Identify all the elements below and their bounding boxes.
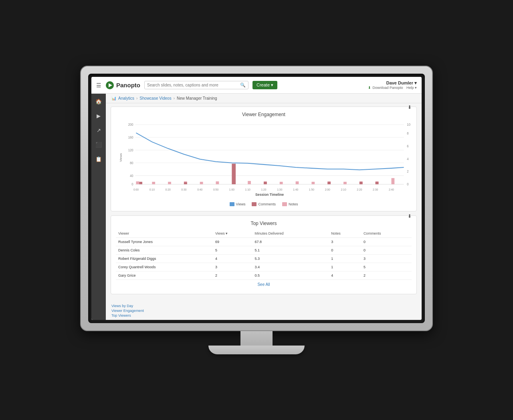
svg-text:2:10: 2:10 (341, 188, 346, 191)
legend-views: Views (230, 202, 246, 206)
viewers-download-btn[interactable]: ⬇ (408, 213, 412, 219)
svg-rect-37 (392, 178, 395, 184)
screen-bezel: ☰ Panopto 🔍 Create ▾ Dave Dum (88, 74, 425, 323)
svg-text:8: 8 (407, 132, 409, 135)
chart-legend: Views Comments Notes (116, 202, 412, 206)
legend-views-label: Views (236, 202, 246, 206)
create-button[interactable]: Create ▾ (252, 81, 277, 89)
engagement-chart-svg: 0 40 80 120 160 200 0 2 (116, 121, 412, 197)
download-label[interactable]: Download Panopto (372, 86, 403, 90)
svg-text:2:40: 2:40 (389, 188, 394, 191)
user-sub: ⬇ Download Panopto Help ▾ (368, 86, 417, 90)
engagement-title: Viewer Engagement (116, 112, 412, 117)
breadcrumb-current: New Manager Training (177, 96, 217, 100)
col-comments: Comments (361, 229, 412, 238)
svg-text:2:20: 2:20 (357, 188, 362, 191)
help-label[interactable]: Help ▾ (406, 86, 417, 90)
svg-text:0:30: 0:30 (181, 188, 186, 191)
svg-rect-41 (264, 182, 267, 184)
svg-rect-42 (327, 182, 331, 184)
legend-comments: Comments (252, 202, 276, 206)
viewers-table: Viewer Views ▾ Minutes Delivered Notes C… (116, 229, 412, 280)
svg-text:40: 40 (130, 174, 133, 178)
cell-viewer: Gary Grice (116, 271, 213, 280)
svg-text:1:30: 1:30 (277, 188, 282, 191)
table-row: Robert Fitzgerald Diggs 4 5.3 1 3 (116, 255, 412, 263)
svg-rect-32 (311, 182, 315, 184)
svg-text:6: 6 (407, 145, 409, 148)
main-layout: 🏠 ▶ ↗ ⬛ 📋 📊 Analytics › Showcase (91, 94, 422, 320)
svg-rect-23 (152, 182, 155, 184)
svg-text:1:10: 1:10 (245, 188, 250, 191)
sidebar-video-icon[interactable]: ▶ (94, 111, 103, 120)
search-input[interactable] (147, 83, 238, 87)
logo-area: Panopto (105, 81, 140, 90)
sidebar-home-icon[interactable]: 🏠 (94, 97, 103, 106)
svg-rect-30 (280, 182, 283, 184)
svg-text:0: 0 (131, 183, 133, 186)
chart-container: 0 40 80 120 160 200 0 2 (116, 121, 412, 201)
svg-text:2: 2 (407, 170, 409, 173)
cell-views: 3 (213, 263, 252, 271)
top-viewers-title: Top Viewers (116, 221, 412, 226)
legend-notes-label: Notes (289, 202, 298, 206)
engagement-download-btn[interactable]: ⬇ (408, 104, 412, 110)
svg-text:0:20: 0:20 (166, 188, 171, 191)
svg-rect-26 (200, 182, 203, 184)
svg-rect-40 (232, 164, 236, 184)
cell-notes: 3 (329, 238, 361, 246)
breadcrumb-showcase[interactable]: Showcase Videos (139, 96, 171, 100)
svg-text:200: 200 (128, 123, 133, 127)
svg-rect-31 (296, 181, 299, 184)
monitor-wrapper: ☰ Panopto 🔍 Create ▾ Dave Dum (76, 66, 437, 354)
svg-rect-27 (216, 181, 219, 184)
breadcrumb-analytics[interactable]: Analytics (118, 96, 134, 100)
cell-comments: 0 (361, 246, 412, 255)
cell-viewer: Dennis Coles (116, 246, 213, 255)
cell-minutes: 67.8 (252, 238, 329, 246)
svg-rect-28 (248, 181, 251, 184)
cell-comments: 3 (361, 255, 412, 263)
cell-notes: 1 (329, 263, 361, 271)
link-views-by-day[interactable]: Views by Day (111, 304, 416, 308)
legend-views-box (230, 202, 234, 206)
cell-viewer: Robert Fitzgerald Diggs (116, 255, 213, 263)
svg-text:Session Timeline: Session Timeline (255, 193, 284, 197)
svg-text:0:40: 0:40 (197, 188, 202, 191)
svg-text:0:10: 0:10 (149, 188, 155, 191)
sidebar-library-icon[interactable]: ⬛ (94, 140, 103, 149)
hamburger-icon[interactable]: ☰ (96, 82, 101, 88)
cell-minutes: 0.5 (252, 271, 329, 280)
svg-rect-34 (343, 182, 347, 184)
svg-text:80: 80 (130, 161, 133, 165)
table-container: Viewer Views ▾ Minutes Delivered Notes C… (116, 229, 412, 289)
sidebar-notes-icon[interactable]: 📋 (94, 155, 103, 163)
link-viewer-engagement[interactable]: Viewer Engagement (111, 309, 416, 313)
cell-viewer: Corey Quantrell Woods (116, 263, 213, 271)
svg-text:1:50: 1:50 (309, 188, 314, 191)
content: ⬇ Viewer Engagement (106, 103, 422, 301)
bottom-links: Views by Day Viewer Engagement Top Viewe… (106, 301, 422, 320)
user-area: Dave Dumler ▾ ⬇ Download Panopto Help ▾ (368, 80, 417, 90)
svg-text:1:00: 1:00 (229, 188, 234, 191)
sidebar-share-icon[interactable]: ↗ (94, 126, 103, 135)
cell-notes: 0 (329, 246, 361, 255)
svg-text:Views: Views (119, 153, 123, 162)
monitor-body: ☰ Panopto 🔍 Create ▾ Dave Dum (80, 66, 433, 331)
link-top-viewers[interactable]: Top Viewers (111, 313, 416, 318)
monitor-base (208, 346, 305, 354)
breadcrumb: 📊 Analytics › Showcase Videos › New Mana… (106, 94, 422, 103)
svg-text:1:40: 1:40 (293, 188, 298, 191)
cell-notes: 4 (329, 271, 361, 280)
search-bar[interactable]: 🔍 (144, 81, 248, 89)
see-all-link[interactable]: See All (116, 280, 412, 289)
cell-views: 4 (213, 255, 252, 263)
legend-notes: Notes (282, 202, 298, 206)
svg-text:120: 120 (128, 149, 133, 152)
top-viewers-card: ⬇ Top Viewers Viewer Views ▾ Min (111, 215, 417, 294)
cell-notes: 1 (329, 255, 361, 263)
svg-text:10: 10 (407, 123, 410, 127)
svg-text:2:30: 2:30 (373, 188, 378, 191)
col-views[interactable]: Views ▾ (213, 229, 252, 238)
legend-notes-box (282, 202, 287, 206)
